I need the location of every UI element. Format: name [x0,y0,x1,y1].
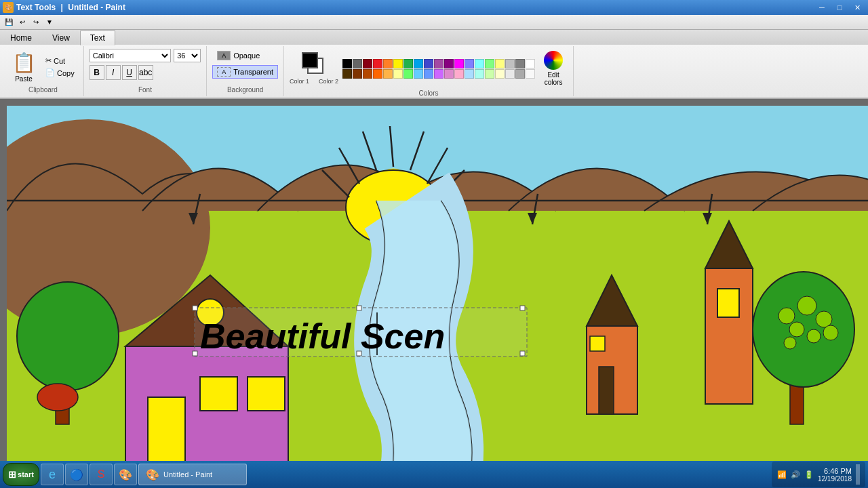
swatch-skyblue[interactable] [414,69,423,79]
swatch-brown1[interactable] [353,69,362,79]
svg-rect-39 [590,336,605,351]
palette-row-1 [342,59,535,68]
active-app-icon: 🎨 [146,468,159,481]
opaque-button[interactable]: A Opaque [212,49,264,62]
swatch-darkgray[interactable] [515,59,525,68]
tab-view[interactable]: View [42,30,80,45]
swatch-cyan[interactable] [475,59,484,68]
paste-icon: 📋 [12,52,36,74]
swatch-indigo[interactable] [424,59,433,68]
undo-quick-btn[interactable]: ↩ [16,16,28,28]
copy-button[interactable]: 📄 Copy [42,67,78,79]
svg-point-19 [17,282,119,390]
swatch-silver[interactable] [505,59,515,68]
swatch-darkred[interactable] [363,59,372,68]
canvas-area[interactable]: Beautiful Scen [0,99,868,473]
svg-rect-46 [520,306,525,310]
slides-taskbar-btn[interactable]: S [90,464,113,485]
slides-icon: S [98,468,105,481]
paint-taskbar-btn[interactable]: 🎨 [114,464,137,485]
svg-rect-34 [248,377,285,411]
swatch-lightyellow[interactable] [495,59,505,68]
title-bar-title: Untitled - Paint [68,3,125,12]
swatch-brightgreen[interactable] [403,69,413,79]
swatch-cream[interactable] [495,69,505,79]
maximize-button[interactable]: □ [831,1,848,14]
clipboard-label: Clipboard [28,85,58,94]
paste-button[interactable]: 📋 Paste [8,52,39,83]
swatch-paleblue[interactable] [465,69,474,79]
underline-button[interactable]: U [122,65,137,80]
swatch-mint[interactable] [475,69,484,79]
down-arrow-quick[interactable]: ▼ [43,16,56,28]
strikethrough-button[interactable]: abc [138,65,153,80]
painting-canvas[interactable]: Beautiful Scen [7,106,868,473]
swatch-darkpurple[interactable] [444,59,454,68]
ribbon: Home View Text 📋 Paste ✂ [0,30,868,99]
color1-swatch[interactable] [302,52,318,68]
swatch-blue[interactable] [414,59,423,68]
title-bar-left: 🎨 Text Tools | Untitled - Paint [3,2,125,13]
swatch-darkorange[interactable] [373,69,382,79]
swatch-black[interactable] [342,59,352,68]
swatch-lightorange[interactable] [383,69,393,79]
swatch-purple[interactable] [434,59,443,68]
swatch-palegreen[interactable] [485,69,494,79]
quick-access-toolbar: 💾 ↩ ↪ ▼ [0,15,868,30]
chrome-taskbar-btn[interactable]: 🔵 [65,464,88,485]
italic-button[interactable]: I [106,65,121,80]
paint-icon: 🎨 [3,2,14,13]
svg-point-24 [797,296,816,315]
swatch-lightgreen[interactable] [485,59,494,68]
font-size-select[interactable]: 36 12 24 48 [174,49,201,62]
app-window: 🎨 Text Tools | Untitled - Paint ─ □ ✕ 💾 … [0,0,868,488]
font-family-select[interactable]: Calibri Arial Times New Roman [90,49,171,62]
close-button[interactable]: ✕ [849,1,865,14]
svg-rect-38 [599,367,614,414]
color-stack [302,52,326,77]
clipboard-group-content: 📋 Paste ✂ Cut 📄 Copy [8,49,78,85]
ribbon-tabs: Home View Text [0,30,868,45]
svg-rect-32 [148,397,185,468]
swatch-lightblue[interactable] [465,59,474,68]
svg-rect-33 [200,377,237,411]
redo-quick-btn[interactable]: ↪ [30,16,42,28]
swatch-lightgray[interactable] [505,69,515,79]
minimize-button[interactable]: ─ [814,1,830,14]
bold-button[interactable]: B [90,65,104,80]
transparent-button[interactable]: A Transparent [212,65,278,79]
clock-date: 12/19/2018 [818,475,852,483]
swatch-brown2[interactable] [363,69,372,79]
volume-icon: 🔊 [791,470,800,479]
start-button[interactable]: ⊞ start [3,463,39,486]
swatch-red[interactable] [373,59,382,68]
main-color-area: Color 1 Color 2 [290,52,338,85]
edit-colors-button[interactable]: Editcolors [539,49,568,88]
active-app-button[interactable]: 🎨 Untitled - Paint [138,464,247,485]
swatch-nearwhite[interactable] [526,69,535,79]
swatch-pink[interactable] [444,69,454,79]
swatch-orange[interactable] [383,59,393,68]
save-quick-btn[interactable]: 💾 [3,16,15,28]
cut-button[interactable]: ✂ Cut [42,55,78,66]
show-desktop-btn[interactable] [856,464,860,485]
swatch-lightyellow2[interactable] [393,69,403,79]
clock[interactable]: 6:46 PM 12/19/2018 [818,467,852,483]
swatch-white[interactable] [526,59,535,68]
color-labels: Color 1 Color 2 [290,78,338,85]
tab-text[interactable]: Text [80,30,115,45]
svg-rect-42 [717,289,739,317]
swatch-lavender[interactable] [434,69,443,79]
ie-taskbar-btn[interactable]: e [41,464,64,485]
swatch-periwinkle[interactable] [424,69,433,79]
tab-home[interactable]: Home [0,30,42,45]
svg-rect-49 [520,351,525,356]
title-bar-controls: ─ □ ✕ [814,1,865,14]
swatch-yellow[interactable] [393,59,403,68]
swatch-gray[interactable] [353,59,362,68]
swatch-medgray[interactable] [515,69,525,79]
swatch-lightpink[interactable] [454,69,464,79]
swatch-darkbrown[interactable] [342,69,352,79]
swatch-magenta[interactable] [454,59,464,68]
swatch-green[interactable] [403,59,413,68]
